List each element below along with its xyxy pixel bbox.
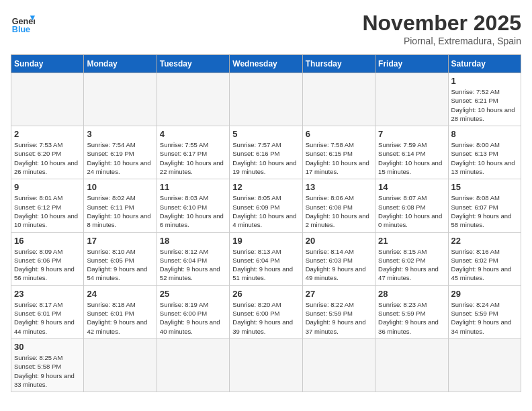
day-info: Sunrise: 8:01 AM Sunset: 6:12 PM Dayligh…: [14, 193, 81, 229]
table-row: 16Sunrise: 8:09 AM Sunset: 6:06 PM Dayli…: [11, 232, 84, 285]
table-row: [157, 338, 229, 392]
day-number: 20: [306, 236, 372, 246]
location-title: Piornal, Extremadura, Spain: [362, 36, 521, 46]
table-row: 3Sunrise: 7:54 AM Sunset: 6:19 PM Daylig…: [84, 126, 157, 179]
table-row: 18Sunrise: 8:12 AM Sunset: 6:04 PM Dayli…: [157, 232, 229, 285]
day-info: Sunrise: 8:08 AM Sunset: 6:07 PM Dayligh…: [451, 193, 518, 229]
table-row: 25Sunrise: 8:19 AM Sunset: 6:00 PM Dayli…: [157, 285, 229, 338]
table-row: 1Sunrise: 7:52 AM Sunset: 6:21 PM Daylig…: [448, 73, 521, 126]
calendar-row: 23Sunrise: 8:17 AM Sunset: 6:01 PM Dayli…: [11, 285, 521, 338]
day-info: Sunrise: 8:13 AM Sunset: 6:04 PM Dayligh…: [232, 247, 299, 283]
calendar-row: 16Sunrise: 8:09 AM Sunset: 6:06 PM Dayli…: [11, 232, 521, 285]
header-wednesday: Wednesday: [230, 55, 302, 73]
calendar-row: 1Sunrise: 7:52 AM Sunset: 6:21 PM Daylig…: [11, 73, 521, 126]
day-number: 16: [14, 236, 81, 246]
table-row: [157, 73, 229, 126]
calendar-row: 2Sunrise: 7:53 AM Sunset: 6:20 PM Daylig…: [11, 126, 521, 179]
day-number: 17: [87, 236, 153, 246]
table-row: 2Sunrise: 7:53 AM Sunset: 6:20 PM Daylig…: [11, 126, 84, 179]
day-number: 24: [87, 289, 153, 299]
day-number: 2: [14, 129, 81, 139]
day-number: 14: [378, 182, 445, 192]
day-info: Sunrise: 8:14 AM Sunset: 6:03 PM Dayligh…: [306, 247, 372, 283]
day-info: Sunrise: 8:17 AM Sunset: 6:01 PM Dayligh…: [14, 300, 81, 336]
table-row: [84, 338, 157, 392]
table-row: 6Sunrise: 7:58 AM Sunset: 6:15 PM Daylig…: [302, 126, 375, 179]
title-area: November 2025 Piornal, Extremadura, Spai…: [362, 11, 521, 46]
table-row: 26Sunrise: 8:20 AM Sunset: 6:00 PM Dayli…: [230, 285, 302, 338]
day-info: Sunrise: 8:25 AM Sunset: 5:58 PM Dayligh…: [14, 353, 81, 389]
day-info: Sunrise: 8:02 AM Sunset: 6:11 PM Dayligh…: [87, 193, 153, 229]
table-row: [230, 73, 302, 126]
table-row: 13Sunrise: 8:06 AM Sunset: 6:08 PM Dayli…: [302, 179, 375, 232]
day-number: 10: [87, 182, 153, 192]
month-title: November 2025: [362, 11, 521, 36]
day-info: Sunrise: 8:06 AM Sunset: 6:08 PM Dayligh…: [306, 193, 372, 229]
day-number: 23: [14, 289, 81, 299]
table-row: [375, 338, 448, 392]
table-row: 20Sunrise: 8:14 AM Sunset: 6:03 PM Dayli…: [302, 232, 375, 285]
calendar-row: 9Sunrise: 8:01 AM Sunset: 6:12 PM Daylig…: [11, 179, 521, 232]
table-row: 27Sunrise: 8:22 AM Sunset: 5:59 PM Dayli…: [302, 285, 375, 338]
day-number: 12: [232, 182, 299, 192]
day-info: Sunrise: 8:18 AM Sunset: 6:01 PM Dayligh…: [87, 300, 153, 336]
day-number: 6: [306, 129, 372, 139]
day-number: 28: [378, 289, 445, 299]
weekday-header-row: Sunday Monday Tuesday Wednesday Thursday…: [11, 55, 521, 73]
day-info: Sunrise: 8:16 AM Sunset: 6:02 PM Dayligh…: [451, 247, 518, 283]
table-row: [375, 73, 448, 126]
table-row: 23Sunrise: 8:17 AM Sunset: 6:01 PM Dayli…: [11, 285, 84, 338]
table-row: 22Sunrise: 8:16 AM Sunset: 6:02 PM Dayli…: [448, 232, 521, 285]
table-row: 29Sunrise: 8:24 AM Sunset: 5:59 PM Dayli…: [448, 285, 521, 338]
day-info: Sunrise: 7:54 AM Sunset: 6:19 PM Dayligh…: [87, 140, 153, 176]
table-row: 15Sunrise: 8:08 AM Sunset: 6:07 PM Dayli…: [448, 179, 521, 232]
day-info: Sunrise: 8:23 AM Sunset: 5:59 PM Dayligh…: [378, 300, 445, 336]
logo-icon: General Blue: [11, 11, 35, 35]
header-sunday: Sunday: [11, 55, 84, 73]
table-row: 12Sunrise: 8:05 AM Sunset: 6:09 PM Dayli…: [230, 179, 302, 232]
header-monday: Monday: [84, 55, 157, 73]
table-row: 9Sunrise: 8:01 AM Sunset: 6:12 PM Daylig…: [11, 179, 84, 232]
day-info: Sunrise: 8:07 AM Sunset: 6:08 PM Dayligh…: [378, 193, 445, 229]
day-number: 7: [378, 129, 445, 139]
svg-text:Blue: Blue: [12, 25, 30, 34]
day-number: 8: [451, 129, 518, 139]
page-header: General Blue November 2025 Piornal, Extr…: [11, 11, 521, 46]
table-row: 14Sunrise: 8:07 AM Sunset: 6:08 PM Dayli…: [375, 179, 448, 232]
table-row: 5Sunrise: 7:57 AM Sunset: 6:16 PM Daylig…: [230, 126, 302, 179]
day-number: 29: [451, 289, 518, 299]
table-row: [448, 338, 521, 392]
table-row: 30Sunrise: 8:25 AM Sunset: 5:58 PM Dayli…: [11, 338, 84, 392]
calendar-table: Sunday Monday Tuesday Wednesday Thursday…: [11, 54, 521, 392]
day-info: Sunrise: 7:58 AM Sunset: 6:15 PM Dayligh…: [306, 140, 372, 176]
day-number: 27: [306, 289, 372, 299]
table-row: [230, 338, 302, 392]
day-number: 15: [451, 182, 518, 192]
day-info: Sunrise: 7:52 AM Sunset: 6:21 PM Dayligh…: [451, 87, 518, 123]
table-row: 11Sunrise: 8:03 AM Sunset: 6:10 PM Dayli…: [157, 179, 229, 232]
day-number: 4: [160, 129, 226, 139]
day-info: Sunrise: 8:19 AM Sunset: 6:00 PM Dayligh…: [160, 300, 226, 336]
table-row: [302, 338, 375, 392]
day-number: 5: [232, 129, 299, 139]
day-number: 18: [160, 236, 226, 246]
table-row: [84, 73, 157, 126]
table-row: 17Sunrise: 8:10 AM Sunset: 6:05 PM Dayli…: [84, 232, 157, 285]
logo: General Blue: [11, 11, 35, 35]
day-info: Sunrise: 8:12 AM Sunset: 6:04 PM Dayligh…: [160, 247, 226, 283]
day-number: 13: [306, 182, 372, 192]
table-row: 28Sunrise: 8:23 AM Sunset: 5:59 PM Dayli…: [375, 285, 448, 338]
table-row: 10Sunrise: 8:02 AM Sunset: 6:11 PM Dayli…: [84, 179, 157, 232]
day-number: 22: [451, 236, 518, 246]
day-info: Sunrise: 8:15 AM Sunset: 6:02 PM Dayligh…: [378, 247, 445, 283]
day-info: Sunrise: 8:10 AM Sunset: 6:05 PM Dayligh…: [87, 247, 153, 283]
table-row: 19Sunrise: 8:13 AM Sunset: 6:04 PM Dayli…: [230, 232, 302, 285]
day-info: Sunrise: 8:09 AM Sunset: 6:06 PM Dayligh…: [14, 247, 81, 283]
table-row: 7Sunrise: 7:59 AM Sunset: 6:14 PM Daylig…: [375, 126, 448, 179]
table-row: 24Sunrise: 8:18 AM Sunset: 6:01 PM Dayli…: [84, 285, 157, 338]
header-thursday: Thursday: [302, 55, 375, 73]
day-number: 25: [160, 289, 226, 299]
day-info: Sunrise: 8:24 AM Sunset: 5:59 PM Dayligh…: [451, 300, 518, 336]
day-info: Sunrise: 7:59 AM Sunset: 6:14 PM Dayligh…: [378, 140, 445, 176]
day-number: 1: [451, 76, 518, 86]
